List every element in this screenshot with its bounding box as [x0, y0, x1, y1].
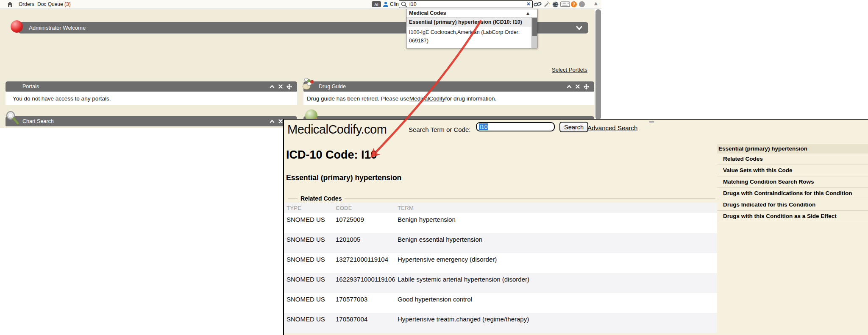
sidebar-link[interactable]: Matching Condition Search Rows — [717, 176, 868, 188]
collapse-group-icon[interactable]: ▲ — [526, 11, 529, 15]
dropdown-group-label: Medical Codes — [409, 10, 446, 16]
table-row: SNOMED US1201005Benign essential hyperte… — [284, 233, 717, 253]
nav-orders[interactable]: Orders — [19, 0, 34, 8]
collapse-icon[interactable] — [567, 85, 572, 88]
related-codes-table: TYPE CODE TERM SNOMED US10725009Benign h… — [284, 203, 717, 333]
keyboard-icon[interactable] — [560, 0, 570, 8]
portlet-chart-search: Chart Search — [6, 116, 297, 126]
portlet-portals-body: You do not have access to any portals. — [6, 92, 297, 105]
user-icon[interactable] — [383, 0, 389, 8]
col-header-term: TERM — [396, 204, 717, 212]
medicalcodify-window: MedicalCodify.com Search Term or Code: I… — [283, 119, 868, 335]
table-cell: 170577003 — [334, 295, 396, 313]
select-portlets-link[interactable]: Select Portlets — [552, 67, 587, 73]
wand-icon[interactable] — [543, 0, 550, 8]
portlet-portals-header[interactable]: Portals — [6, 81, 297, 92]
portlet-drug-guide-header[interactable]: Drug Guide — [303, 81, 594, 92]
admin-sphere-icon — [11, 20, 23, 33]
table-cell: SNOMED US — [284, 315, 334, 333]
close-icon[interactable] — [576, 84, 580, 89]
table-cell: SNOMED US — [284, 295, 334, 313]
portlet-title: Portals — [22, 84, 39, 89]
portlet-chart-search-header[interactable]: Chart Search — [6, 116, 297, 126]
site-title: MedicalCodify.com — [287, 123, 387, 137]
table-cell: Labile systemic arterial hypertension (d… — [396, 275, 717, 293]
icd10-code-heading: ICD-10 Code: I10 — [286, 148, 377, 162]
col-header-code: CODE — [334, 204, 396, 212]
suggestion-item-selected[interactable]: Essential (primary) hypertension (ICD10:… — [406, 17, 532, 27]
related-codes-legend: Related Codes — [298, 195, 345, 202]
table-cell: 10725009 — [334, 215, 396, 233]
overlay-sidebar-items: Related CodesValue Sets with this CodeMa… — [717, 154, 868, 222]
medicalcodify-link[interactable]: MedicalCodify — [409, 95, 445, 102]
clear-icon[interactable]: × — [527, 0, 530, 7]
table-cell: Benign essential hypertension — [396, 235, 717, 253]
status-dot-icon — [579, 1, 585, 7]
dropdown-scrollbar[interactable] — [531, 17, 537, 48]
sidebar-link[interactable]: Value Sets with this Code — [717, 165, 868, 176]
collapse-icon[interactable] — [270, 85, 275, 88]
table-row: SNOMED US170587004Hypertensive treatm.ch… — [284, 313, 717, 333]
chart-search-magnifier-icon — [5, 110, 20, 127]
help-icon[interactable]: ? — [571, 1, 577, 7]
table-row: SNOMED US132721000119104Hypertensive eme… — [284, 253, 717, 273]
table-cell: Benign hypertension — [396, 215, 717, 233]
global-search-box[interactable]: × — [399, 0, 533, 8]
advanced-search-link[interactable]: Advanced Search — [587, 124, 637, 131]
table-row: SNOMED US16229371000119106Labile systemi… — [284, 273, 717, 293]
sidebar-link[interactable]: Drugs with Contraindications for this Co… — [717, 188, 868, 199]
sidebar-link[interactable]: Drugs Indicated for this Condition — [717, 199, 868, 211]
condition-heading: Essential (primary) hypertension — [286, 173, 401, 182]
user-label: Clin — [390, 0, 399, 8]
table-cell: 1201005 — [334, 235, 396, 253]
sidebar-condition-header[interactable]: Essential (primary) hypertension — [717, 144, 868, 154]
drug-guide-text: for drug information. — [445, 95, 496, 102]
window-scrollbar-stub — [649, 121, 654, 123]
table-cell: Hypertensive treatm.changed (regime/ther… — [396, 315, 717, 333]
search-input[interactable] — [409, 1, 520, 7]
ai-badge[interactable]: AI — [372, 1, 381, 7]
nav-doc-queue[interactable]: Doc Queue (3) — [37, 0, 71, 8]
move-icon[interactable] — [287, 84, 292, 89]
code-search-input[interactable]: I10 — [476, 122, 555, 131]
search-button[interactable]: Search — [559, 122, 588, 132]
scroll-up-arrow[interactable]: ▲ — [594, 1, 598, 6]
sidebar-link[interactable]: Drugs with this Condition as a Side Effe… — [717, 211, 868, 222]
search-icon — [401, 1, 407, 9]
portlet-portals: Portals You do not have access to any po… — [6, 81, 297, 105]
col-header-type: TYPE — [284, 204, 334, 212]
portlet-title: Chart Search — [22, 118, 54, 124]
collapse-icon[interactable] — [270, 120, 275, 123]
sidebar-link[interactable]: Related Codes — [717, 154, 868, 165]
doc-queue-count: (3) — [64, 1, 71, 7]
selected-search-text: I10 — [479, 123, 488, 130]
table-row: SNOMED US10725009Benign hypertension — [284, 213, 717, 233]
table-cell: Hypertensive emergency (disorder) — [396, 255, 717, 273]
table-cell: Good hypertension control — [396, 295, 717, 313]
related-codes-table-body: SNOMED US10725009Benign hypertensionSNOM… — [284, 213, 717, 333]
close-icon[interactable] — [278, 84, 283, 89]
dropdown-scrollbar-thumb[interactable] — [532, 18, 537, 36]
move-icon[interactable] — [584, 84, 589, 89]
table-cell: 16229371000119106 — [334, 275, 396, 293]
pills-icon — [302, 77, 316, 92]
portlet-title: Drug Guide — [319, 84, 346, 89]
table-header-row: TYPE CODE TERM — [284, 203, 717, 213]
search-suggestions-dropdown: Medical Codes ▲ Essential (primary) hype… — [406, 9, 537, 48]
vertical-scrollbar-thumb[interactable] — [595, 9, 601, 120]
top-toolbar: Orders Doc Queue (3) AI Clin × ? — [0, 0, 601, 8]
table-cell: 132721000119104 — [334, 255, 396, 273]
banner-title: Administrator Welcome — [29, 25, 86, 31]
drug-guide-text: Drug guide has been retired. Please use — [307, 95, 409, 102]
portlet-drug-guide-body: Drug guide has been retired. Please use … — [303, 92, 594, 105]
table-row: SNOMED US170577003Good hypertension cont… — [284, 293, 717, 313]
close-icon[interactable] — [278, 119, 283, 123]
screen: Administrator Welcome Select Portlets Po… — [0, 0, 868, 335]
globe-icon[interactable] — [552, 0, 559, 8]
home-icon[interactable] — [7, 0, 13, 8]
table-cell: SNOMED US — [284, 255, 334, 273]
suggestion-item[interactable]: I100-IgE Cockroach,American (LabCorp Ord… — [406, 27, 532, 48]
chevron-down-icon[interactable] — [576, 25, 582, 31]
table-cell: SNOMED US — [284, 275, 334, 293]
link-icon[interactable] — [534, 0, 542, 8]
